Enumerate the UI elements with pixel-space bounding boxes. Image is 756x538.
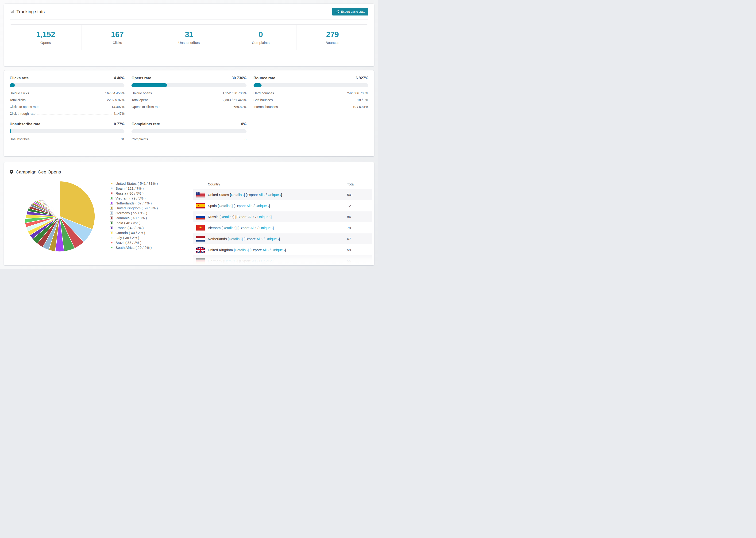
rate-rows: Complaints0 — [132, 137, 246, 141]
es-flag-icon — [196, 203, 205, 208]
details-link[interactable]: Details › — [235, 248, 248, 252]
legend-item: France ( 42 / 2% ) — [110, 225, 158, 230]
export-basic-stats-button[interactable]: Export basic stats — [332, 8, 368, 16]
export-unique-link[interactable]: Unique › — [259, 226, 273, 230]
legend-item: Canada ( 40 / 2% ) — [110, 230, 158, 235]
details-link[interactable]: Details › — [224, 259, 237, 263]
legend-swatch — [110, 207, 113, 210]
rate-section-clicks: Clicks rate4.46%Unique clicks167 / 4.456… — [10, 76, 125, 116]
details-link[interactable]: Details › — [231, 193, 244, 197]
export-all-link[interactable]: All › — [259, 193, 265, 197]
tracking-stats-panel: Tracking stats Export basic stats 1,152O… — [4, 4, 374, 66]
legend-item: United Kingdom ( 59 / 3% ) — [110, 206, 158, 211]
dotted-leader — [153, 94, 221, 94]
export-all-link[interactable]: All › — [252, 259, 258, 263]
dotted-leader — [31, 140, 120, 140]
export-unique-link[interactable]: Unique › — [261, 259, 274, 263]
rate-stat-row: Total clicks220 / 5.87% — [10, 98, 125, 102]
legend-label: Russia ( 86 / 5% ) — [116, 191, 143, 195]
dotted-leader — [275, 94, 346, 94]
export-unique-link[interactable]: Unique › — [255, 204, 269, 208]
progress-bar-track — [132, 129, 246, 133]
export-unique-link[interactable]: Unique › — [272, 248, 285, 252]
legend-label: Canada ( 40 / 2% ) — [116, 231, 145, 235]
map-pin-icon — [10, 170, 13, 174]
details-link[interactable]: Details › — [223, 226, 236, 230]
summary-value: 167 — [111, 30, 124, 39]
summary-value: 279 — [326, 30, 339, 39]
legend-item: India ( 46 / 3% ) — [110, 220, 158, 225]
rate-stat-label: Click through rate — [10, 112, 35, 116]
table-row-ru: Russia [Details ›] [Export: All › / Uniq… — [193, 211, 372, 222]
legend-label: Vietnam ( 79 / 5% ) — [116, 196, 145, 200]
rate-section-opens: Opens rate30.736%Unique opens1,152 / 30.… — [132, 76, 246, 116]
rate-stat-row: Opens to clicks rate689.82% — [132, 105, 246, 109]
country-column-header: Country — [193, 182, 347, 186]
export-unique-link[interactable]: Unique › — [268, 193, 281, 197]
legend-swatch — [110, 236, 113, 239]
rate-stat-label: Unique opens — [132, 91, 152, 95]
legend-label: Romania ( 49 / 3% ) — [116, 216, 147, 220]
rate-stat-row: Unique opens1,152 / 30.736% — [132, 91, 246, 95]
page-title: Tracking stats — [17, 9, 45, 14]
rate-stat-row: Soft bounces18 / 0% — [253, 98, 368, 102]
export-all-link[interactable]: All › — [257, 237, 263, 241]
legend-swatch — [110, 197, 113, 200]
rate-value: 4.46% — [114, 76, 125, 80]
legend-label: United States ( 541 / 31% ) — [116, 182, 158, 186]
legend-swatch — [110, 216, 113, 219]
country-cell: Germany [Details ›] [Export: All › / Uni… — [208, 259, 347, 263]
country-name: United Kingdom — [208, 248, 233, 252]
summary-label: Opens — [40, 41, 51, 45]
details-link[interactable]: Details › — [220, 215, 233, 219]
legend-swatch — [110, 211, 113, 215]
table-row-de: Germany [Details ›] [Export: All › / Uni… — [193, 255, 372, 265]
export-all-link[interactable]: All › — [262, 248, 269, 252]
geo-pie-chart — [23, 180, 96, 253]
table-row-nl: Netherlands [Details ›] [Export: All › /… — [193, 233, 372, 244]
rate-value: 30.736% — [232, 76, 246, 80]
rate-value: 0% — [241, 122, 246, 126]
rate-title: Unsubscribe rate — [10, 122, 40, 126]
geo-country-table: CountryTotalUnited States [Details ›] [E… — [193, 179, 372, 265]
rate-section-complaints: Complaints rate0%Complaints0 — [132, 122, 246, 141]
country-cell: Spain [Details ›] [Export: All › / Uniqu… — [208, 204, 347, 208]
rate-stat-label: Total opens — [132, 98, 148, 102]
summary-label: Clicks — [113, 41, 122, 45]
summary-cell-unsubscribes: 31Unsubscribes — [153, 25, 225, 50]
details-link[interactable]: Details › — [219, 204, 232, 208]
rate-stat-value: 1,152 / 30.736% — [223, 91, 246, 95]
rate-section-header: Opens rate30.736% — [132, 76, 246, 80]
export-all-link[interactable]: All › — [246, 204, 253, 208]
legend-swatch — [110, 221, 113, 224]
total-cell: 79 — [347, 226, 372, 230]
rate-stat-value: 31 — [121, 137, 125, 141]
export-all-link[interactable]: All › — [248, 215, 254, 219]
progress-bar-fill — [253, 83, 261, 87]
dotted-leader — [162, 108, 232, 108]
rate-stat-row: Internal bounces19 / 6.81% — [253, 105, 368, 109]
summary-cell-opens: 1,152Opens — [10, 25, 81, 50]
rate-stat-value: 14.497% — [112, 105, 125, 109]
legend-item: Netherlands ( 67 / 4% ) — [110, 201, 158, 206]
legend-item: Vietnam ( 79 / 5% ) — [110, 196, 158, 201]
export-unique-link[interactable]: Unique › — [257, 215, 271, 219]
details-link[interactable]: Details › — [229, 237, 242, 241]
export-unique-link[interactable]: Unique › — [266, 237, 279, 241]
gb-flag-icon — [196, 247, 205, 252]
export-all-link[interactable]: All › — [250, 226, 257, 230]
rate-stat-value: 2,303 / 61.446% — [223, 98, 246, 102]
legend-swatch — [110, 202, 113, 205]
rate-stat-value: 0 — [244, 137, 246, 141]
legend-item: Brazil ( 33 / 2% ) — [110, 240, 158, 245]
rate-section-bounce: Bounce rate6.927%Hard bounces242 / 86.73… — [253, 76, 368, 116]
dotted-leader — [40, 108, 110, 108]
rate-rows: Unique clicks167 / 4.456%Total clicks220… — [10, 91, 125, 116]
rate-rows: Unsubscribes31 — [10, 137, 125, 141]
rates-panel: Clicks rate4.46%Unique clicks167 / 4.456… — [4, 70, 374, 156]
rate-stat-value: 19 / 6.81% — [352, 105, 368, 109]
rate-value: 6.927% — [356, 76, 368, 80]
rates-grid: Clicks rate4.46%Unique clicks167 / 4.456… — [4, 71, 374, 147]
table-row-us: United States [Details ›] [Export: All ›… — [193, 189, 372, 200]
summary-cell-bounces: 279Bounces — [297, 25, 368, 50]
